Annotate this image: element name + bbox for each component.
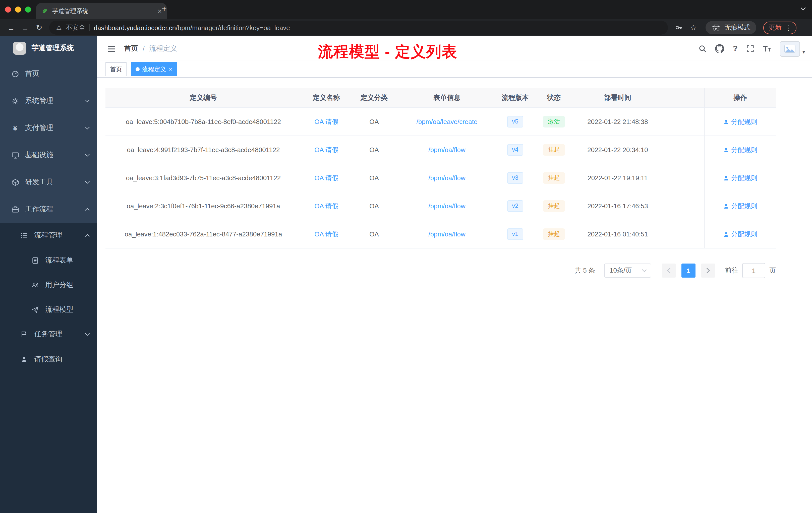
- zoom-window-button[interactable]: [25, 6, 31, 12]
- new-tab-button[interactable]: +: [162, 4, 167, 14]
- cell-deploy-time: 2022-01-22 20:34:10: [575, 136, 661, 163]
- sidebar-item-process-management[interactable]: 流程管理: [0, 223, 97, 248]
- tab-search-chevron-icon[interactable]: [801, 7, 806, 10]
- browser-update-button[interactable]: 更新 ⋮: [763, 21, 797, 34]
- sidebar-item-system[interactable]: 系统管理: [0, 87, 97, 115]
- url-path: /bpm/manager/definition?key=oa_leave: [176, 24, 290, 31]
- tag-home[interactable]: 首页: [106, 62, 126, 76]
- user-avatar[interactable]: [780, 41, 800, 57]
- version-badge: v3: [507, 172, 523, 184]
- cell-definition-id: oa_leave:3:1fad3d93-7b75-11ec-a3c8-acde4…: [106, 164, 301, 192]
- password-key-icon[interactable]: [675, 24, 683, 32]
- chevron-up-icon: [85, 234, 90, 237]
- address-bar[interactable]: ⚠ 不安全 dashboard.yudao.iocoder.cn/bpm/man…: [49, 21, 668, 35]
- col-form-info: 表单信息: [397, 88, 497, 108]
- form-link[interactable]: /bpm/oa/flow: [428, 202, 465, 210]
- assign-rule-button[interactable]: 分配规则: [723, 174, 757, 182]
- sidebar-toggle-icon[interactable]: [107, 45, 116, 53]
- definition-name-link[interactable]: OA 请假: [314, 202, 338, 211]
- goto-page-input[interactable]: [742, 263, 765, 278]
- url-text: dashboard.yudao.iocoder.cn/bpm/manager/d…: [94, 24, 290, 31]
- cell-filler: [661, 136, 704, 163]
- help-icon[interactable]: ?: [733, 44, 738, 53]
- form-link[interactable]: /bpm/oa/flow: [428, 174, 465, 182]
- form-link[interactable]: /bpm/oa/flow: [428, 146, 465, 154]
- sidebar-item-home[interactable]: 首页: [0, 60, 97, 87]
- assign-rule-button[interactable]: 分配规则: [723, 202, 757, 211]
- tag-process-definition[interactable]: 流程定义 ×: [131, 62, 177, 76]
- definition-name-link[interactable]: OA 请假: [314, 174, 338, 182]
- sidebar-header: 芋道管理系统: [0, 36, 97, 60]
- next-page-button[interactable]: [701, 264, 715, 278]
- col-definition-id: 定义编号: [106, 88, 301, 108]
- sidebar-item-dev-tools[interactable]: 研发工具: [0, 169, 97, 196]
- total-count-label: 共 5 条: [575, 266, 595, 275]
- form-link[interactable]: /bpm/oa/leave/create: [416, 118, 477, 125]
- person-icon: [20, 356, 28, 363]
- cell-category: OA: [351, 220, 397, 248]
- sidebar-item-process-form[interactable]: 流程表单: [0, 248, 97, 273]
- page-unit-label: 页: [769, 266, 776, 275]
- security-label: 不安全: [66, 23, 85, 32]
- sidebar-item-process-model[interactable]: 流程模型: [0, 297, 97, 322]
- cell-category: OA: [351, 192, 397, 220]
- sidebar-item-leave-query[interactable]: 请假查询: [0, 347, 97, 372]
- page-number-button[interactable]: 1: [682, 264, 696, 278]
- cell-filler: [661, 192, 704, 220]
- cell-definition-id: oa_leave:5:004b710b-7b8a-11ec-8ef0-acde4…: [106, 108, 301, 135]
- bookmark-star-icon[interactable]: ☆: [690, 23, 697, 32]
- tags-view: 首页 流程定义 ×: [97, 61, 812, 78]
- version-badge: v4: [507, 144, 523, 156]
- sidebar-item-payment[interactable]: ¥ 支付管理: [0, 115, 97, 142]
- chevron-down-icon: [85, 181, 90, 184]
- forward-icon[interactable]: →: [18, 23, 32, 32]
- security-warning-icon: ⚠: [56, 24, 62, 31]
- assign-rule-button[interactable]: 分配规则: [723, 145, 757, 154]
- browser-toolbar: ← → ↻ ⚠ 不安全 dashboard.yudao.iocoder.cn/b…: [0, 19, 812, 36]
- definition-name-link[interactable]: OA 请假: [314, 117, 338, 126]
- sidebar-item-infrastructure[interactable]: 基础设施: [0, 142, 97, 169]
- reload-icon[interactable]: ↻: [32, 23, 46, 32]
- col-deploy-time: 部署时间: [575, 88, 661, 108]
- screen: 芋道管理系统 × + ← → ↻ ⚠ 不安全 dashboard.yudao.i…: [0, 0, 812, 513]
- breadcrumb: 首页 / 流程定义: [124, 44, 177, 53]
- close-window-button[interactable]: [5, 6, 11, 12]
- assign-rule-button[interactable]: 分配规则: [723, 230, 757, 239]
- sidebar-item-user-group[interactable]: 用户分组: [0, 273, 97, 297]
- search-icon[interactable]: [698, 45, 706, 53]
- avatar-caret-down-icon[interactable]: ▾: [803, 49, 805, 55]
- status-badge: 挂起: [543, 172, 565, 184]
- menu-kebab-icon[interactable]: ⋮: [785, 24, 792, 31]
- assign-rule-button[interactable]: 分配规则: [723, 117, 757, 126]
- github-icon[interactable]: [715, 44, 724, 53]
- cell-filler: [661, 108, 704, 135]
- tag-close-icon[interactable]: ×: [169, 66, 172, 72]
- font-size-icon[interactable]: [763, 45, 771, 52]
- app-logo-avatar: [13, 42, 26, 55]
- page-size-select[interactable]: 10条/页: [604, 264, 651, 278]
- prev-page-button[interactable]: [662, 264, 676, 278]
- tab-close-icon[interactable]: ×: [158, 7, 162, 14]
- definition-name-link[interactable]: OA 请假: [314, 145, 338, 154]
- incognito-icon: [712, 24, 721, 31]
- col-actions: 操作: [704, 88, 776, 108]
- browser-tab[interactable]: 芋道管理系统 ×: [36, 3, 167, 19]
- yen-icon: ¥: [11, 124, 19, 132]
- cell-deploy-time: 2022-01-16 01:40:51: [575, 220, 661, 248]
- navbar-actions: ? ▾: [698, 41, 805, 57]
- sidebar-item-task-management[interactable]: 任务管理: [0, 322, 97, 347]
- col-definition-category: 定义分类: [351, 88, 397, 108]
- definition-name-link[interactable]: OA 请假: [314, 230, 338, 239]
- breadcrumb-home[interactable]: 首页: [124, 44, 138, 53]
- cell-deploy-time: 2022-01-16 17:46:53: [575, 192, 661, 220]
- table-row: oa_leave:4:991f2193-7b7f-11ec-a3c8-acde4…: [106, 136, 776, 164]
- version-badge: v1: [507, 229, 523, 240]
- chevron-down-icon: [85, 99, 90, 102]
- goto-label: 前往: [725, 266, 738, 275]
- sidebar-item-workflow[interactable]: 工作流程: [0, 196, 97, 223]
- fullscreen-icon[interactable]: [746, 45, 754, 53]
- back-icon[interactable]: ←: [4, 23, 18, 32]
- form-link[interactable]: /bpm/oa/flow: [428, 231, 465, 238]
- pagination: 共 5 条 10条/页 1 前往 页: [97, 263, 776, 278]
- minimize-window-button[interactable]: [15, 6, 21, 12]
